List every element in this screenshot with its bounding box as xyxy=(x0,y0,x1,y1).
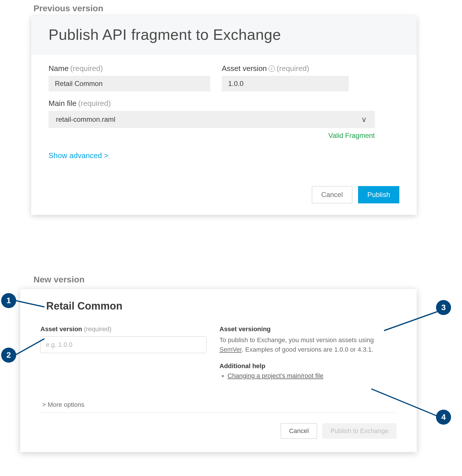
valid-fragment-status: Valid Fragment xyxy=(49,132,375,140)
callout-badge-3: 3 xyxy=(436,300,451,315)
show-advanced-link[interactable]: Show advanced > xyxy=(49,151,399,160)
name-label: Name xyxy=(49,64,68,73)
new-version-card: Retail Common Asset version (required) A… xyxy=(20,289,417,452)
main-file-label: Main file xyxy=(49,99,77,108)
name-field-group: Name (required) Retail Common xyxy=(49,64,210,91)
new-asset-version-input[interactable] xyxy=(40,336,206,353)
name-input-value: Retail Common xyxy=(55,80,103,88)
previous-version-card: Publish API fragment to Exchange Name (r… xyxy=(31,16,417,215)
change-root-file-link[interactable]: Changing a project's main/root file xyxy=(228,372,323,379)
new-right-column: Asset versioning To publish to Exchange,… xyxy=(219,325,396,380)
previous-version-heading: Previous version xyxy=(33,3,103,13)
new-cancel-button[interactable]: Cancel xyxy=(281,423,317,439)
new-asset-version-required-hint: (required) xyxy=(84,325,111,333)
asset-version-input-value: 1.0.0 xyxy=(228,80,243,88)
new-version-heading: New version xyxy=(33,275,85,284)
asset-version-input[interactable]: 1.0.0 xyxy=(222,76,349,91)
main-file-dropdown[interactable]: retail-common.raml ∨ xyxy=(49,111,375,128)
main-file-value: retail-common.raml xyxy=(56,115,115,123)
previous-card-body: Name (required) Retail Common Asset vers… xyxy=(31,55,417,215)
new-asset-version-label: Asset version xyxy=(40,325,82,333)
semver-link[interactable]: SemVer xyxy=(219,346,242,353)
asset-version-field-group: Asset version i (required) 1.0.0 xyxy=(222,64,349,91)
previous-card-header: Publish API fragment to Exchange xyxy=(31,16,417,55)
main-file-required-hint: (required) xyxy=(78,99,111,108)
additional-help-heading: Additional help xyxy=(219,362,396,370)
previous-dialog-title: Publish API fragment to Exchange xyxy=(49,26,399,43)
name-input[interactable]: Retail Common xyxy=(49,76,210,91)
asset-versioning-heading: Asset versioning xyxy=(219,325,396,333)
asset-versioning-text-pre: To publish to Exchange, you must version… xyxy=(219,336,374,344)
main-file-field-group: Main file (required) retail-common.raml … xyxy=(49,99,399,140)
help-list-item: Changing a project's main/root file xyxy=(228,372,396,380)
callout-badge-4: 4 xyxy=(436,410,451,425)
callout-badge-2: 2 xyxy=(1,348,16,363)
publish-to-exchange-button: Publish to Exchange xyxy=(322,423,396,439)
asset-version-label: Asset version xyxy=(222,64,267,73)
asset-version-required-hint: (required) xyxy=(277,64,309,73)
chevron-down-icon: ∨ xyxy=(361,115,367,124)
more-options-toggle[interactable]: > More options xyxy=(40,397,396,413)
asset-versioning-text-post: . Examples of good versions are 1.0.0 or… xyxy=(242,346,373,353)
new-left-column: Asset version (required) xyxy=(40,325,219,380)
info-icon[interactable]: i xyxy=(269,65,275,72)
name-required-hint: (required) xyxy=(70,64,103,73)
cancel-button[interactable]: Cancel xyxy=(312,186,353,203)
callout-badge-1: 1 xyxy=(1,293,16,308)
new-dialog-title: Retail Common xyxy=(46,300,396,312)
publish-button[interactable]: Publish xyxy=(358,186,399,203)
asset-versioning-text: To publish to Exchange, you must version… xyxy=(219,335,396,354)
